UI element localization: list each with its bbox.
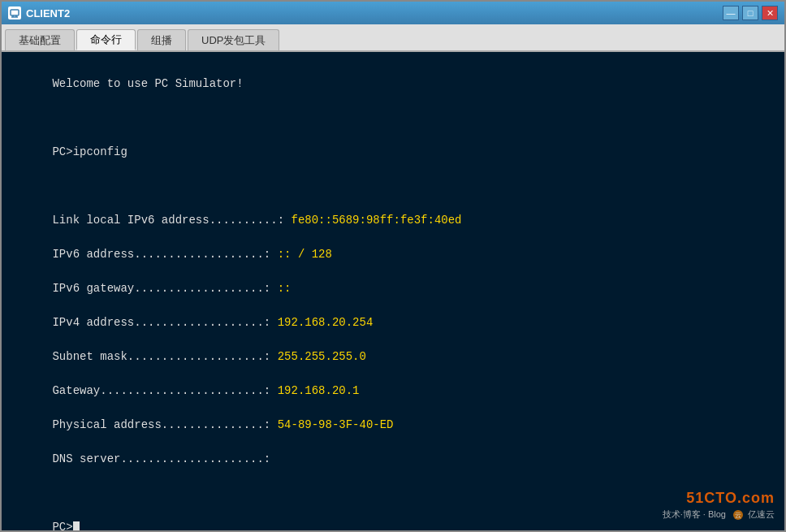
svg-rect-0	[11, 10, 19, 15]
value-ipv6local: fe80::5689:98ff:fe3f:40ed	[291, 214, 461, 227]
tab-cmd[interactable]: 命令行	[76, 29, 136, 50]
svg-text:云: 云	[735, 512, 741, 519]
terminal-line-ipconfig: PC>ipconfig	[52, 145, 127, 158]
value-ipv4addr: 192.168.20.254	[278, 316, 374, 329]
tab-basic[interactable]: 基础配置	[5, 29, 75, 50]
maximize-button[interactable]: □	[742, 6, 758, 20]
terminal-line-physical: Physical address...............: 54-89-9…	[52, 418, 393, 431]
terminal-line-ipv4addr: IPv4 address...................: 192.168…	[52, 316, 373, 329]
value-gateway: 192.168.20.1	[278, 384, 360, 397]
watermark-bottom: 技术·博客 · Blog 云 亿速云	[663, 508, 775, 521]
value-ipv6gw: ::	[278, 282, 292, 295]
terminal-line-welcome: Welcome to use PC Simulator!	[52, 77, 243, 90]
tab-udp[interactable]: UDP发包工具	[188, 29, 279, 50]
terminal-line-subnet: Subnet mask....................: 255.255…	[52, 350, 365, 363]
value-physical: 54-89-98-3F-40-ED	[278, 418, 394, 431]
tab-multicast[interactable]: 组播	[137, 29, 186, 50]
terminal-line-gateway: Gateway........................: 192.168…	[52, 384, 359, 397]
tab-bar: 基础配置 命令行 组播 UDP发包工具	[2, 24, 784, 52]
terminal-line-ipv6gw: IPv6 gateway...................: ::	[52, 282, 291, 295]
terminal-area[interactable]: Welcome to use PC Simulator! PC>ipconfig…	[2, 52, 784, 530]
watermark-site: 51CTO.com	[663, 490, 775, 507]
terminal-line-dns: DNS server.....................:	[52, 452, 270, 465]
watermark-cloud: 云 亿速云	[732, 508, 775, 521]
title-bar: CLIENT2 — □ ✕	[2, 2, 784, 24]
main-window: CLIENT2 — □ ✕ 基础配置 命令行 组播 UDP发包工具 Welcom…	[0, 0, 786, 532]
close-button[interactable]: ✕	[762, 6, 778, 20]
value-subnet: 255.255.255.0	[278, 350, 366, 363]
terminal-line-ipv6local: Link local IPv6 address..........: fe80:…	[52, 214, 461, 227]
value-ipv6addr: :: / 128	[278, 248, 332, 261]
terminal-output: Welcome to use PC Simulator! PC>ipconfig…	[11, 58, 775, 530]
terminal-line-ipv6addr: IPv6 address...................: :: / 12…	[52, 248, 331, 261]
watermark: 51CTO.com 技术·博客 · Blog 云 亿速云	[663, 490, 775, 521]
window-controls: — □ ✕	[723, 6, 778, 20]
terminal-cursor	[73, 521, 80, 530]
window-title: CLIENT2	[26, 7, 718, 19]
watermark-tech: 技术·博客 · Blog	[663, 508, 726, 521]
window-icon	[8, 6, 21, 19]
minimize-button[interactable]: —	[723, 6, 739, 20]
terminal-prompt: PC>	[52, 521, 79, 530]
